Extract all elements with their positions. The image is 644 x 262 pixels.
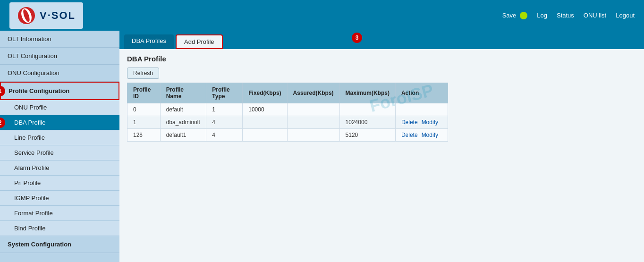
nav-onu-list[interactable]: ONU list — [584, 12, 606, 19]
sidebar-item-olt-configuration[interactable]: OLT Configuration — [0, 48, 119, 65]
sidebar-item-olt-information[interactable]: OLT Information — [0, 31, 119, 48]
vsol-logo-icon — [17, 6, 36, 25]
table-row: 128default145120DeleteModify — [127, 129, 448, 142]
table-cell: 1024000 — [339, 116, 395, 129]
nav-status[interactable]: Status — [557, 12, 574, 19]
sidebar-item-onu-profile[interactable]: ONU Profile — [0, 100, 119, 115]
page-title: DBA Profile — [127, 55, 636, 63]
table-cell: 128 — [127, 129, 161, 142]
sidebar-item-service-profile[interactable]: Service Profile — [0, 145, 119, 161]
col-profile-id: Profile ID — [127, 83, 161, 103]
table-cell-action — [395, 103, 448, 116]
refresh-button[interactable]: Refresh — [127, 68, 159, 79]
main-content: DBA Profiles Add Profile 3 DBA Profile R… — [119, 31, 644, 262]
sidebar-item-line-profile[interactable]: Line Profile — [0, 130, 119, 145]
nav-log[interactable]: Log — [537, 12, 547, 19]
tabs-bar: DBA Profiles Add Profile 3 — [119, 31, 644, 49]
nav-logout[interactable]: Logout — [616, 12, 635, 19]
sidebar-item-pri-profile[interactable]: Pri Profile — [0, 176, 119, 191]
table-row: 0default110000 — [127, 103, 448, 116]
logo-area: V·SOL — [9, 2, 83, 29]
content-area: DBA Profile Refresh ForoISP Profile ID P… — [119, 49, 644, 147]
sidebar-item-onu-configuration[interactable]: ONU Configuration — [0, 65, 119, 82]
table-cell-action: DeleteModify — [395, 129, 448, 142]
table-header-row: Profile ID Profile Name Profile Type Fix… — [127, 83, 448, 103]
layout: OLT Information OLT Configuration ONU Co… — [0, 31, 644, 262]
col-profile-type: Profile Type — [206, 83, 243, 103]
col-assured: Assured(Kbps) — [287, 83, 339, 103]
table-cell: 4 — [206, 116, 243, 129]
header-right: Save Log Status ONU list Logout — [502, 12, 635, 19]
table-cell: dba_adminolt — [160, 116, 206, 129]
table-row: 1dba_adminolt41024000DeleteModify — [127, 116, 448, 129]
sidebar-item-system-configuration[interactable]: System Configuration — [0, 236, 119, 253]
col-fixed: Fixed(Kbps) — [243, 83, 287, 103]
header-save: Save — [502, 12, 528, 19]
sidebar-item-bind-profile[interactable]: Bind Profile — [0, 221, 119, 236]
badge-3: 3 — [352, 33, 362, 43]
table-cell: 10000 — [243, 103, 287, 116]
table-cell: default — [160, 103, 206, 116]
action-delete-link[interactable]: Delete — [401, 132, 418, 138]
table-cell — [243, 129, 287, 142]
table-cell — [287, 129, 339, 142]
header-nav: Log Status ONU list Logout — [537, 12, 635, 19]
header: V·SOL Save Log Status ONU list Logout — [0, 0, 644, 31]
tab-add-profile[interactable]: Add Profile — [176, 34, 223, 49]
status-dot — [520, 12, 527, 19]
table-cell: 4 — [206, 129, 243, 142]
action-modify-link[interactable]: Modify — [422, 132, 438, 138]
table-cell — [287, 116, 339, 129]
sidebar-item-profile-configuration[interactable]: Profile Configuration — [0, 82, 119, 100]
table-cell: default1 — [160, 129, 206, 142]
table-cell: 0 — [127, 103, 161, 116]
action-delete-link[interactable]: Delete — [401, 119, 418, 126]
sidebar-item-alarm-profile[interactable]: Alarm Profile — [0, 161, 119, 176]
sidebar-item-dba-profile[interactable]: DBA Profile — [0, 115, 119, 130]
sidebar: OLT Information OLT Configuration ONU Co… — [0, 31, 119, 262]
table-cell — [339, 103, 395, 116]
table-cell: 1 — [127, 116, 161, 129]
table-cell — [243, 116, 287, 129]
col-profile-name: Profile Name — [160, 83, 206, 103]
action-modify-link[interactable]: Modify — [422, 119, 438, 126]
sidebar-profile-config-wrapper: Profile Configuration 1 — [0, 82, 119, 100]
tab-dba-profiles[interactable]: DBA Profiles — [124, 34, 174, 49]
table-cell-action: DeleteModify — [395, 116, 448, 129]
sidebar-item-format-profile[interactable]: Format Profile — [0, 206, 119, 221]
logo-text: V·SOL — [40, 9, 76, 22]
table-cell: 5120 — [339, 129, 395, 142]
col-action: Action — [395, 83, 448, 103]
table-cell — [287, 103, 339, 116]
table-cell: 1 — [206, 103, 243, 116]
sidebar-dba-profile-wrapper: DBA Profile 2 — [0, 115, 119, 130]
sidebar-item-igmp-profile[interactable]: IGMP Profile — [0, 191, 119, 206]
col-maximum: Maximum(Kbps) — [339, 83, 395, 103]
dba-profile-table: Profile ID Profile Name Profile Type Fix… — [127, 83, 448, 142]
save-label[interactable]: Save — [502, 12, 517, 19]
